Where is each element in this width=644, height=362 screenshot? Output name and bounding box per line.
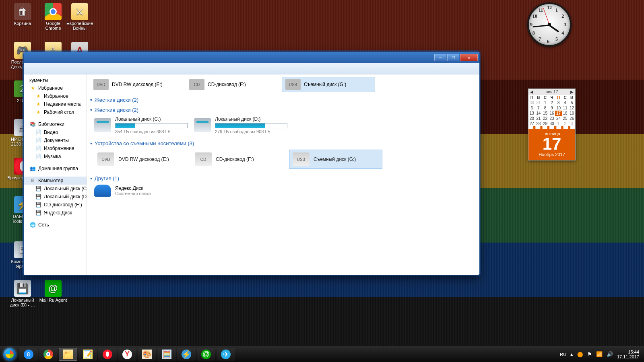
cal-day[interactable]: 31 [535, 100, 542, 105]
top-device-item[interactable]: CDCD-дисковод (F:) [186, 77, 279, 92]
desktop-icon[interactable]: 💾Локальный диск (D) - … [7, 280, 38, 307]
cal-next[interactable]: ▶ [570, 90, 574, 94]
cal-day[interactable]: 25 [562, 116, 569, 121]
tray-antivirus-icon[interactable]: ⬤ [577, 351, 583, 357]
drive-item[interactable]: Локальный диск (C:) 354 ГБ свободно из 4… [94, 116, 188, 134]
nav-item[interactable]: ★Избранное [24, 92, 87, 100]
taskbar-item[interactable]: 🎨 [138, 348, 156, 361]
nav-item[interactable]: ★Недавние места [24, 100, 87, 108]
app-icon: 💾 [14, 280, 31, 297]
cal-day[interactable]: 17 [555, 111, 562, 116]
group-hdd[interactable]: Жесткие диски (2) [90, 105, 476, 115]
taskbar-item[interactable]: ⚡ [177, 348, 196, 361]
minimize-button[interactable]: ─ [434, 54, 446, 61]
nav-homegroup[interactable]: 👥Домашняя группа [24, 165, 87, 173]
taskbar-app-icon: 🧮 [162, 350, 171, 359]
desktop-icon[interactable]: Google Chrome [38, 3, 68, 31]
group-hdd-dup[interactable]: Жесткие диски (2) [90, 95, 476, 105]
titlebar[interactable]: ─ ☐ ✕ [24, 52, 479, 63]
cal-day[interactable]: 18 [562, 111, 569, 116]
nav-libraries-header[interactable]: 📚Библиотеки [24, 120, 87, 128]
taskbar-item[interactable]: e [19, 348, 38, 361]
device-item[interactable]: USBСъемный диск (G:) [289, 150, 382, 169]
cal-day[interactable]: 11 [562, 105, 569, 111]
cal-day[interactable]: 6 [528, 105, 535, 111]
cal-day[interactable]: 22 [542, 116, 549, 121]
cal-day[interactable]: 21 [535, 116, 542, 121]
cal-day[interactable]: 1 [542, 100, 549, 105]
cal-day[interactable]: 12 [568, 105, 575, 111]
nav-network[interactable]: 🌐Сеть [24, 221, 87, 229]
cal-day[interactable]: 2 [562, 121, 569, 126]
nav-item[interactable]: 📄Музыка [24, 152, 87, 160]
cal-day[interactable]: 10 [555, 105, 562, 111]
nav-item[interactable]: ★Рабочий стол [24, 108, 87, 116]
start-button[interactable] [2, 346, 18, 362]
cal-month: ноя 17 [546, 90, 558, 94]
group-other[interactable]: Другие (1) [90, 173, 476, 183]
tray-flag-icon[interactable]: ⚑ [587, 351, 592, 357]
cal-day[interactable]: 24 [555, 116, 562, 121]
app-icon: 🗑 [14, 3, 31, 20]
cal-day[interactable]: 13 [528, 111, 535, 116]
cal-day[interactable]: 29 [542, 121, 549, 126]
cal-prev[interactable]: ◀ [530, 90, 533, 94]
tray-volume-icon[interactable]: 🔊 [607, 351, 613, 357]
drive-item[interactable]: Локальный диск (D:) 279 ГБ свободно из 9… [194, 116, 287, 134]
cal-day[interactable]: 23 [549, 116, 555, 121]
cal-day[interactable]: 14 [535, 111, 542, 116]
taskbar-item[interactable]: ✈ [217, 348, 235, 361]
cal-day[interactable]: 1 [555, 121, 562, 126]
nav-item[interactable]: 📄Изображения [24, 144, 87, 152]
cal-day[interactable]: 27 [528, 121, 535, 126]
nav-item[interactable]: 💾CD-дисковод (F:) [24, 201, 87, 209]
tray-show-hidden-icon[interactable]: ▴ [570, 351, 573, 357]
taskbar-item[interactable]: @ [197, 348, 215, 361]
cal-day[interactable]: 19 [568, 111, 575, 116]
cal-day[interactable]: 5 [568, 100, 575, 105]
taskbar-item[interactable]: 📝 [78, 348, 97, 361]
cal-day[interactable]: 28 [535, 121, 542, 126]
taskbar-item[interactable] [39, 348, 58, 361]
nav-item[interactable]: 📄Документы [24, 136, 87, 144]
cal-day[interactable]: 7 [535, 105, 542, 111]
cal-day[interactable]: 4 [562, 100, 569, 105]
taskbar-item[interactable]: Y [118, 348, 136, 361]
nav-item[interactable]: 💾Локальный диск (D:) [24, 193, 87, 201]
tray-network-icon[interactable]: 📶 [596, 351, 603, 357]
cal-day[interactable]: 26 [568, 116, 575, 121]
cal-day[interactable]: 30 [528, 100, 535, 105]
cal-day[interactable]: 3 [568, 121, 575, 126]
device-item[interactable]: CDCD-дисковод (F:) [192, 150, 285, 169]
maximize-button[interactable]: ☐ [447, 54, 459, 61]
taskbar-item[interactable] [98, 348, 117, 361]
nav-item[interactable]: 📄Видео [24, 128, 87, 136]
group-removable[interactable]: Устройства со съемными носителями (3) [90, 138, 476, 148]
cal-day[interactable]: 8 [542, 105, 549, 111]
nav-item[interactable]: 💾Яндекс.Диск [24, 209, 87, 217]
taskbar-app-icon: 📁 [63, 350, 73, 359]
cal-day[interactable]: 16 [549, 111, 555, 116]
taskbar-item[interactable]: 📁 [59, 348, 77, 361]
close-button[interactable]: ✕ [460, 54, 478, 61]
desktop-icon[interactable]: 🗑Корзина [7, 3, 38, 26]
item-yandex-disk[interactable]: Яндекс.Диск Системная папка [94, 185, 151, 197]
cal-day[interactable]: 9 [549, 105, 555, 111]
top-device-item[interactable]: USBСъемный диск (G:) [282, 77, 375, 92]
cal-day[interactable]: 15 [542, 111, 549, 116]
nav-favorites-header[interactable]: ★Избранное [24, 84, 87, 92]
tray-lang[interactable]: RU [560, 352, 566, 357]
cal-day[interactable]: 2 [549, 100, 555, 105]
top-device-item[interactable]: DVDDVD RW дисковод (E:) [90, 77, 184, 92]
device-item[interactable]: DVDDVD RW дисковод (E:) [94, 150, 188, 169]
cal-day[interactable]: 30 [549, 121, 555, 126]
taskbar-item[interactable]: 🧮 [157, 348, 176, 361]
desktop-icon[interactable]: @Mail.Ru Agent [38, 280, 68, 302]
cal-day[interactable]: 3 [555, 100, 562, 105]
nav-documents-stub[interactable]: кументы [24, 77, 87, 84]
nav-computer-header[interactable]: 🖥Компьютер [24, 177, 87, 185]
cal-day[interactable]: 20 [528, 116, 535, 121]
tray-clock[interactable]: 15:44 17.11.2017 [617, 350, 639, 359]
desktop-icon[interactable]: ⚔Европейские Войны [64, 3, 95, 31]
nav-item[interactable]: 💾Локальный диск (C:) [24, 185, 87, 193]
